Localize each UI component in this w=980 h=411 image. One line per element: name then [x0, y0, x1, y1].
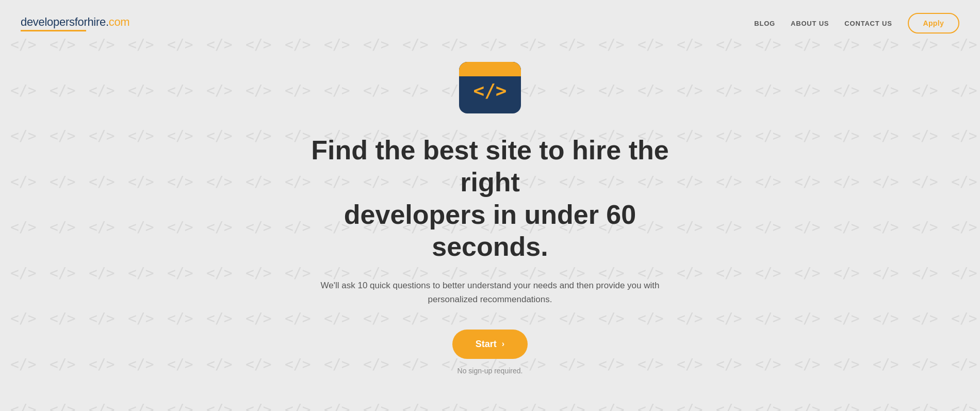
bg-tag: </>	[520, 401, 546, 411]
main-content: </> Find the best site to hire the right…	[0, 46, 980, 375]
start-label: Start	[476, 339, 497, 350]
bg-tag: </>	[716, 401, 742, 411]
bg-tag: </>	[89, 401, 115, 411]
headline-line2: developers in under 60 seconds.	[344, 200, 636, 261]
header: developersforhire.com BLOG ABOUT US CONT…	[0, 0, 980, 46]
nav-contact[interactable]: CONTACT US	[844, 20, 892, 27]
bg-tag: </>	[951, 401, 977, 411]
bg-tag: </>	[677, 401, 703, 411]
bg-tag: </>	[10, 401, 37, 411]
bg-tag: </>	[638, 401, 664, 411]
bg-tag: </>	[873, 401, 899, 411]
bg-tag: </>	[167, 401, 193, 411]
headline: Find the best site to hire the right dev…	[284, 134, 696, 263]
main-nav: BLOG ABOUT US CONTACT US Apply	[754, 13, 959, 34]
logo-hire: hire	[87, 15, 106, 28]
subtext: We'll ask 10 quick questions to better u…	[297, 278, 683, 306]
bg-tag: </>	[246, 401, 272, 411]
bg-tag: </>	[128, 401, 154, 411]
logo-developers: developers	[21, 15, 75, 28]
bg-tag: </>	[363, 401, 389, 411]
start-button[interactable]: Start ›	[452, 330, 528, 359]
arrow-icon: ›	[502, 339, 504, 349]
headline-line1: Find the best site to hire the right	[311, 135, 668, 197]
bg-tag: </>	[598, 401, 625, 411]
nav-blog[interactable]: BLOG	[754, 20, 775, 27]
bg-tag: </>	[559, 401, 585, 411]
bg-tag: </>	[481, 401, 507, 411]
logo: developersforhire.com	[21, 15, 129, 31]
logo-for: for	[75, 15, 88, 28]
bg-tag: </>	[402, 401, 429, 411]
nav-about[interactable]: ABOUT US	[791, 20, 829, 27]
no-signup-text: No sign-up required.	[458, 367, 523, 375]
bg-tag: </>	[50, 401, 76, 411]
logo-underline	[21, 30, 129, 31]
bg-tag: </>	[285, 401, 311, 411]
code-icon: </>	[459, 62, 521, 113]
bg-tag: </>	[912, 401, 938, 411]
logo-text: developersforhire.com	[21, 15, 129, 29]
logo-com: com	[109, 15, 130, 28]
bg-tag: </>	[794, 401, 821, 411]
bg-tag: </>	[206, 401, 233, 411]
bg-tag: </>	[755, 401, 781, 411]
code-symbol: </>	[473, 80, 507, 101]
bg-tag: </>	[324, 401, 350, 411]
bg-tag: </>	[442, 401, 468, 411]
apply-button[interactable]: Apply	[908, 13, 959, 34]
bg-tag: </>	[834, 401, 860, 411]
